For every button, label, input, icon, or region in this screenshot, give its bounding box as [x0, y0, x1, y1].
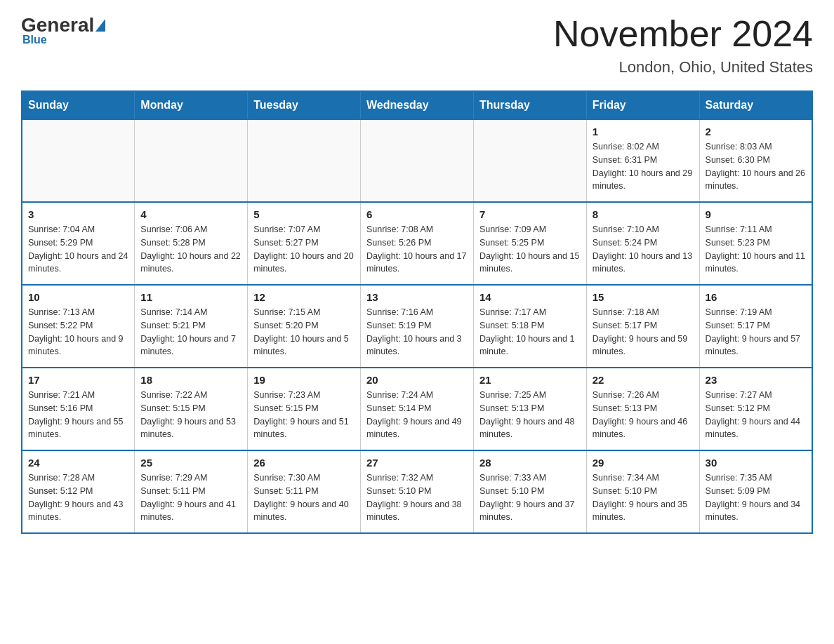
- day-number: 16: [706, 291, 806, 303]
- day-number: 10: [28, 291, 128, 303]
- calendar-cell: 10Sunrise: 7:13 AMSunset: 5:22 PMDayligh…: [22, 285, 135, 368]
- day-info: Sunrise: 7:11 AMSunset: 5:23 PMDaylight:…: [706, 223, 806, 276]
- day-info: Sunrise: 7:22 AMSunset: 5:15 PMDaylight:…: [140, 389, 241, 441]
- day-info: Sunrise: 7:13 AMSunset: 5:22 PMDaylight:…: [28, 306, 128, 358]
- day-info: Sunrise: 7:07 AMSunset: 5:27 PMDaylight:…: [253, 223, 355, 276]
- calendar-cell: 29Sunrise: 7:34 AMSunset: 5:10 PMDayligh…: [586, 450, 699, 533]
- day-info: Sunrise: 7:26 AMSunset: 5:13 PMDaylight:…: [593, 389, 694, 441]
- title-area: November 2024 London, Ohio, United State…: [553, 14, 813, 76]
- day-info: Sunrise: 7:34 AMSunset: 5:10 PMDaylight:…: [593, 471, 694, 524]
- calendar-cell: 27Sunrise: 7:32 AMSunset: 5:10 PMDayligh…: [361, 450, 474, 533]
- calendar-cell: 28Sunrise: 7:33 AMSunset: 5:10 PMDayligh…: [473, 450, 586, 533]
- day-info: Sunrise: 7:23 AMSunset: 5:15 PMDaylight:…: [253, 389, 355, 441]
- calendar-cell: [473, 119, 586, 202]
- calendar-cell: 25Sunrise: 7:29 AMSunset: 5:11 PMDayligh…: [135, 450, 248, 533]
- day-number: 15: [593, 291, 694, 303]
- day-info: Sunrise: 7:17 AMSunset: 5:18 PMDaylight:…: [479, 306, 581, 358]
- day-number: 24: [28, 457, 128, 469]
- col-header-thursday: Thursday: [473, 91, 586, 119]
- day-info: Sunrise: 8:03 AMSunset: 6:30 PMDaylight:…: [706, 140, 806, 193]
- subtitle: London, Ohio, United States: [553, 58, 813, 76]
- day-info: Sunrise: 7:32 AMSunset: 5:10 PMDaylight:…: [366, 471, 468, 524]
- day-number: 9: [706, 208, 806, 220]
- day-info: Sunrise: 7:08 AMSunset: 5:26 PMDaylight:…: [366, 223, 468, 276]
- day-number: 25: [140, 457, 241, 469]
- day-info: Sunrise: 7:09 AMSunset: 5:25 PMDaylight:…: [479, 223, 581, 276]
- calendar-cell: 3Sunrise: 7:04 AMSunset: 5:29 PMDaylight…: [22, 202, 135, 285]
- calendar-cell: 11Sunrise: 7:14 AMSunset: 5:21 PMDayligh…: [135, 285, 248, 368]
- day-info: Sunrise: 7:18 AMSunset: 5:17 PMDaylight:…: [593, 306, 694, 358]
- calendar-cell: 14Sunrise: 7:17 AMSunset: 5:18 PMDayligh…: [473, 285, 586, 368]
- calendar-cell: 9Sunrise: 7:11 AMSunset: 5:23 PMDaylight…: [699, 202, 812, 285]
- day-number: 5: [253, 208, 355, 220]
- calendar-cell: 24Sunrise: 7:28 AMSunset: 5:12 PMDayligh…: [22, 450, 135, 533]
- calendar-cell: 30Sunrise: 7:35 AMSunset: 5:09 PMDayligh…: [699, 450, 812, 533]
- day-number: 2: [706, 126, 806, 137]
- day-number: 21: [479, 374, 581, 386]
- logo-triangle-icon: [95, 19, 105, 32]
- day-info: Sunrise: 7:35 AMSunset: 5:09 PMDaylight:…: [706, 471, 806, 524]
- calendar-week-row: 3Sunrise: 7:04 AMSunset: 5:29 PMDaylight…: [22, 202, 812, 285]
- day-number: 28: [479, 457, 581, 469]
- calendar-cell: 1Sunrise: 8:02 AMSunset: 6:31 PMDaylight…: [586, 119, 699, 202]
- calendar-cell: 15Sunrise: 7:18 AMSunset: 5:17 PMDayligh…: [586, 285, 699, 368]
- day-number: 3: [28, 208, 128, 220]
- day-info: Sunrise: 8:02 AMSunset: 6:31 PMDaylight:…: [593, 140, 694, 193]
- logo-area: General Blue: [21, 14, 105, 46]
- day-info: Sunrise: 7:24 AMSunset: 5:14 PMDaylight:…: [366, 389, 468, 441]
- calendar-cell: 21Sunrise: 7:25 AMSunset: 5:13 PMDayligh…: [473, 368, 586, 450]
- calendar-cell: [361, 119, 474, 202]
- calendar-cell: 23Sunrise: 7:27 AMSunset: 5:12 PMDayligh…: [699, 368, 812, 450]
- day-number: 22: [593, 374, 694, 386]
- day-number: 8: [593, 208, 694, 220]
- col-header-monday: Monday: [135, 91, 248, 119]
- calendar-cell: 2Sunrise: 8:03 AMSunset: 6:30 PMDaylight…: [699, 119, 812, 202]
- day-info: Sunrise: 7:10 AMSunset: 5:24 PMDaylight:…: [593, 223, 694, 276]
- day-number: 1: [593, 126, 694, 137]
- day-info: Sunrise: 7:16 AMSunset: 5:19 PMDaylight:…: [366, 306, 468, 358]
- day-number: 4: [140, 208, 241, 220]
- col-header-wednesday: Wednesday: [361, 91, 474, 119]
- calendar-week-row: 10Sunrise: 7:13 AMSunset: 5:22 PMDayligh…: [22, 285, 812, 368]
- calendar-header-row: SundayMondayTuesdayWednesdayThursdayFrid…: [22, 91, 812, 119]
- day-info: Sunrise: 7:19 AMSunset: 5:17 PMDaylight:…: [706, 306, 806, 358]
- col-header-friday: Friday: [586, 91, 699, 119]
- day-info: Sunrise: 7:29 AMSunset: 5:11 PMDaylight:…: [140, 471, 241, 524]
- calendar-cell: 13Sunrise: 7:16 AMSunset: 5:19 PMDayligh…: [361, 285, 474, 368]
- calendar-cell: 7Sunrise: 7:09 AMSunset: 5:25 PMDaylight…: [473, 202, 586, 285]
- day-info: Sunrise: 7:28 AMSunset: 5:12 PMDaylight:…: [28, 471, 128, 524]
- col-header-tuesday: Tuesday: [248, 91, 361, 119]
- day-info: Sunrise: 7:21 AMSunset: 5:16 PMDaylight:…: [28, 389, 128, 441]
- calendar-cell: 12Sunrise: 7:15 AMSunset: 5:20 PMDayligh…: [248, 285, 361, 368]
- day-number: 6: [366, 208, 468, 220]
- day-info: Sunrise: 7:06 AMSunset: 5:28 PMDaylight:…: [140, 223, 241, 276]
- day-info: Sunrise: 7:33 AMSunset: 5:10 PMDaylight:…: [479, 471, 581, 524]
- calendar-cell: 22Sunrise: 7:26 AMSunset: 5:13 PMDayligh…: [586, 368, 699, 450]
- calendar-table: SundayMondayTuesdayWednesdayThursdayFrid…: [21, 90, 813, 534]
- calendar-cell: [22, 119, 135, 202]
- calendar-cell: 18Sunrise: 7:22 AMSunset: 5:15 PMDayligh…: [135, 368, 248, 450]
- day-info: Sunrise: 7:04 AMSunset: 5:29 PMDaylight:…: [28, 223, 128, 276]
- day-number: 11: [140, 291, 241, 303]
- day-number: 26: [253, 457, 355, 469]
- day-info: Sunrise: 7:30 AMSunset: 5:11 PMDaylight:…: [253, 471, 355, 524]
- day-info: Sunrise: 7:15 AMSunset: 5:20 PMDaylight:…: [253, 306, 355, 358]
- day-number: 14: [479, 291, 581, 303]
- calendar-cell: [248, 119, 361, 202]
- col-header-saturday: Saturday: [699, 91, 812, 119]
- main-title: November 2024: [553, 14, 813, 54]
- day-number: 7: [479, 208, 581, 220]
- calendar-week-row: 17Sunrise: 7:21 AMSunset: 5:16 PMDayligh…: [22, 368, 812, 450]
- calendar-cell: [135, 119, 248, 202]
- day-number: 30: [706, 457, 806, 469]
- day-number: 29: [593, 457, 694, 469]
- header-area: General Blue November 2024 London, Ohio,…: [21, 14, 813, 76]
- day-number: 19: [253, 374, 355, 386]
- day-info: Sunrise: 7:25 AMSunset: 5:13 PMDaylight:…: [479, 389, 581, 441]
- calendar-cell: 6Sunrise: 7:08 AMSunset: 5:26 PMDaylight…: [361, 202, 474, 285]
- day-number: 18: [140, 374, 241, 386]
- calendar-cell: 19Sunrise: 7:23 AMSunset: 5:15 PMDayligh…: [248, 368, 361, 450]
- day-number: 23: [706, 374, 806, 386]
- day-number: 17: [28, 374, 128, 386]
- day-info: Sunrise: 7:27 AMSunset: 5:12 PMDaylight:…: [706, 389, 806, 441]
